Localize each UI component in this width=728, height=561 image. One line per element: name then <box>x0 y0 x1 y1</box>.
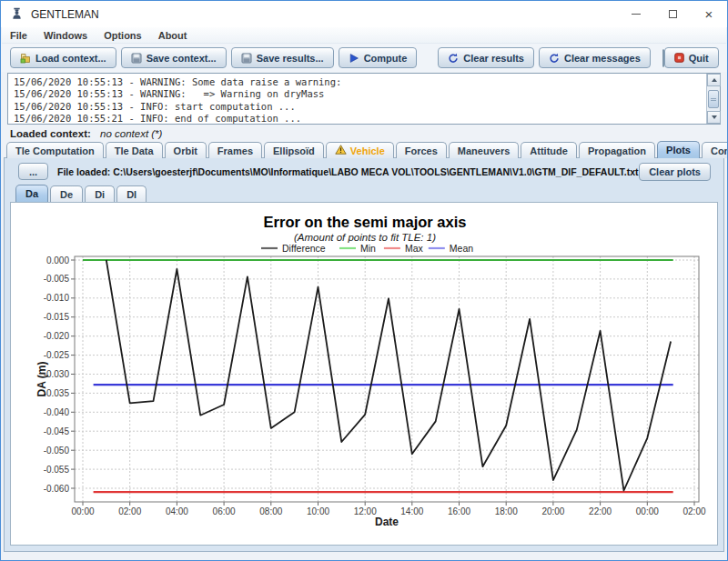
menu-item-about[interactable]: About <box>150 30 196 41</box>
subtab-label: Da <box>25 188 38 199</box>
maximize-icon <box>669 10 677 18</box>
tab-maneuvers[interactable]: Maneuvers <box>449 142 519 158</box>
menu-item-windows[interactable]: Windows <box>35 30 96 41</box>
tab-label: Tle Data <box>115 145 154 156</box>
log-line: 15/06/2020 10:55:13 - INFO: start comput… <box>14 101 700 113</box>
plot-area <box>75 256 699 502</box>
clear-plots-button[interactable]: Clear plots <box>639 163 711 181</box>
window-controls: × <box>618 1 727 27</box>
menu-item-options[interactable]: Options <box>96 30 150 41</box>
log-scrollbar[interactable] <box>706 74 720 124</box>
quit-button[interactable]: Quit <box>664 47 719 68</box>
x-tick-label: 02:00 <box>118 506 141 516</box>
x-tick-label: 16:00 <box>448 506 470 516</box>
context-value: no context (*) <box>100 128 162 139</box>
browse-button[interactable]: ... <box>18 163 48 180</box>
arrow-up-icon <box>712 78 717 82</box>
minimize-icon <box>632 14 641 15</box>
x-tick-label: 04:00 <box>166 506 188 516</box>
x-axis-label: Date <box>375 516 399 528</box>
tab-label: Vehicle <box>350 145 385 156</box>
subtab-di[interactable]: Di <box>85 185 115 202</box>
button-label: Save context... <box>147 53 217 64</box>
legend-label-max: Max <box>405 243 424 254</box>
file-loaded-label: File loaded: C:\Users\goesterjf\Document… <box>57 166 639 177</box>
tab-tle-computation[interactable]: Tle Computation <box>6 142 104 158</box>
quit-icon <box>674 53 684 63</box>
menu-bar: FileWindowsOptionsAbout <box>2 27 726 44</box>
y-tick-label: 0.000 <box>46 255 69 265</box>
log-panel[interactable]: 15/06/2020 10:55:13 - WARNING: Some data… <box>7 73 721 125</box>
scroll-thumb[interactable] <box>708 90 719 108</box>
legend-label-difference: Difference <box>282 243 326 254</box>
subtab-label: De <box>60 189 73 200</box>
tab-propagation[interactable]: Propagation <box>579 142 655 158</box>
legend-label-min: Min <box>360 243 376 254</box>
x-tick-label: 18:00 <box>495 506 518 516</box>
tab-ellipso-d[interactable]: Ellipsoïd <box>264 142 324 158</box>
tab-console[interactable]: Console <box>702 142 728 158</box>
scroll-down-button[interactable] <box>707 111 721 124</box>
subtab-label: Dl <box>126 189 136 200</box>
tab-label: Tle Computation <box>15 145 95 156</box>
load-context-button[interactable]: Load context... <box>10 47 116 68</box>
tab-label: Ellipsoïd <box>273 145 315 156</box>
chart-panel: Error on the semi major axis(Amount of p… <box>10 202 718 546</box>
plot-subtab-bar: DaDeDiDl <box>15 185 148 202</box>
titlebar: GENTLEMAN × <box>1 1 727 27</box>
y-tick-label: -0.060 <box>44 484 70 494</box>
y-tick-label: -0.005 <box>44 274 70 284</box>
tab-attitude[interactable]: Attitude <box>521 142 577 158</box>
maximize-button[interactable] <box>654 1 691 27</box>
tab-label: Propagation <box>588 145 646 156</box>
tab-label: Attitude <box>530 145 568 156</box>
subtab-de[interactable]: De <box>50 185 83 202</box>
plots-tab-content: ... File loaded: C:\Users\goesterjf\Docu… <box>4 157 724 552</box>
play-icon <box>349 53 359 64</box>
chart-title: Error on the semi major axis <box>264 214 467 230</box>
tab-label: Console <box>711 145 728 156</box>
x-tick-label: 02:00 <box>682 506 705 516</box>
x-tick-label: 00:00 <box>71 506 94 516</box>
x-tick-label: 08:00 <box>259 506 282 516</box>
tab-tle-data[interactable]: Tle Data <box>106 142 163 158</box>
chart-canvas: Error on the semi major axis(Amount of p… <box>11 203 717 543</box>
button-label: Compute <box>364 53 408 64</box>
tab-plots[interactable]: Plots <box>657 141 700 158</box>
tab-label: Plots <box>666 145 691 155</box>
toolbar: Load context...Save context...Save resul… <box>1 44 727 72</box>
close-icon: × <box>705 7 713 21</box>
scroll-up-button[interactable] <box>707 74 721 86</box>
x-tick-label: 14:00 <box>400 506 423 516</box>
compute-button[interactable]: Compute <box>339 47 418 68</box>
menu-item-file[interactable]: File <box>2 30 35 41</box>
close-button[interactable]: × <box>691 1 727 27</box>
y-tick-label: -0.010 <box>44 293 70 303</box>
x-tick-label: 00:00 <box>636 506 659 516</box>
save-icon <box>241 53 252 64</box>
subtab-dl[interactable]: Dl <box>116 185 147 202</box>
tab-frames[interactable]: Frames <box>208 142 262 158</box>
tab-label: Orbit <box>174 145 197 156</box>
subtab-da[interactable]: Da <box>15 185 48 202</box>
save-results-button[interactable]: Save results... <box>231 47 334 68</box>
tab-orbit[interactable]: Orbit <box>165 142 207 158</box>
x-tick-label: 06:00 <box>213 506 236 516</box>
x-tick-label: 10:00 <box>307 506 329 516</box>
tab-vehicle[interactable]: Vehicle <box>326 142 394 158</box>
clear-messages-button[interactable]: Clear messages <box>539 47 651 68</box>
x-tick-label: 12:00 <box>354 506 377 516</box>
button-label: Clear messages <box>564 53 641 64</box>
x-tick-label: 22:00 <box>589 506 612 516</box>
button-label: Load context... <box>35 53 106 64</box>
y-tick-label: -0.050 <box>44 446 70 456</box>
y-tick-label: -0.045 <box>44 426 70 436</box>
save-context-button[interactable]: Save context... <box>121 47 227 68</box>
tab-label: Frames <box>217 145 253 156</box>
tab-forces[interactable]: Forces <box>396 142 447 158</box>
chart-subtitle: (Amount of points to fit TLE: 1) <box>294 232 436 243</box>
minimize-button[interactable] <box>618 1 654 27</box>
clear-results-button[interactable]: Clear results <box>438 47 534 68</box>
tab-bar: Tle ComputationTle DataOrbitFramesEllips… <box>6 141 728 158</box>
legend-label-mean: Mean <box>450 243 473 254</box>
